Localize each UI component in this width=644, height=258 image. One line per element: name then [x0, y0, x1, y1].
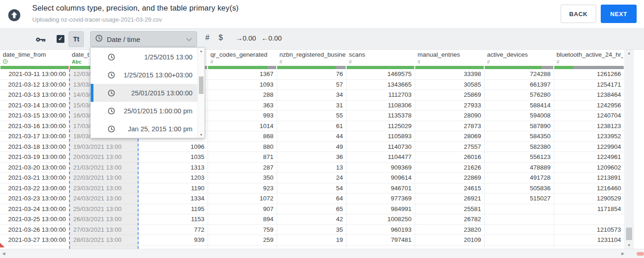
- table-cell: 1135378: [347, 111, 415, 121]
- increase-decimals-button[interactable]: →0.00: [236, 34, 256, 42]
- dropdown-option[interactable]: Jan 25, 2015 1:00 pm: [91, 120, 197, 138]
- table-cell: [485, 225, 554, 235]
- dropdown-option-label: 25/01/2015 13:00:00: [91, 89, 197, 97]
- column-header-nzbn_registered_busine[interactable]: nzbn_registered_busine#: [277, 50, 346, 66]
- table-cell: 1343665: [347, 80, 415, 90]
- table-cell: 57: [277, 80, 346, 90]
- table-cell: 1313: [139, 163, 208, 173]
- table-cell: 1238123: [554, 121, 624, 132]
- primary-key-icon[interactable]: [36, 36, 46, 45]
- dropdown-option[interactable]: 25/01/2015 1:00:00 pm: [91, 102, 197, 120]
- column-header-manual_entries[interactable]: manual_entries#: [415, 50, 484, 66]
- table-cell: 1231104: [554, 235, 624, 246]
- table-cell: 2021-03-12 13:00:00: [0, 80, 69, 90]
- table-cell: 28/03/2021 13:00: [70, 235, 138, 246]
- table-cell: 1014: [208, 121, 277, 132]
- table-cell: 36: [277, 152, 346, 163]
- clock-icon: [95, 35, 103, 44]
- horizontal-scrollbar[interactable]: ◀ ▶: [0, 249, 644, 258]
- column-name: active_devices: [487, 51, 553, 58]
- currency-type-button[interactable]: $: [219, 34, 223, 42]
- scroll-down-icon[interactable]: ▼: [624, 243, 634, 247]
- table-cell: [485, 214, 554, 225]
- table-cell: 1153: [139, 214, 208, 225]
- table-cell: 871: [208, 152, 277, 163]
- table-cell: 2021-03-18 13:00:00: [0, 142, 69, 152]
- column-header-date_time_from[interactable]: date_time_from: [0, 50, 69, 66]
- decrease-decimals-button[interactable]: ←0.00: [261, 34, 282, 42]
- table-cell: 2021-03-26 13:00:00: [0, 225, 69, 235]
- table-cell: 1072: [208, 194, 277, 204]
- table-cell: 868: [208, 131, 277, 142]
- table-cell: 1469575: [347, 69, 415, 80]
- boolean-checkbox-icon[interactable]: ✓: [57, 35, 64, 43]
- table-cell: 1096: [139, 142, 208, 152]
- table-cell: 55: [277, 111, 346, 121]
- table-cell: 977369: [347, 194, 415, 204]
- type-toolbar: ✓ Tt Date / time # $ →0.00 ←0.00: [0, 29, 644, 50]
- table-cell: [70, 246, 138, 249]
- column-quality-bar: [485, 66, 553, 69]
- dropdown-option[interactable]: 1/25/2015 13:00: [91, 48, 197, 66]
- column-header-bluetooth_active_24_hr_[interactable]: bluetooth_active_24_hr_#: [554, 50, 624, 66]
- next-button[interactable]: NEXT: [601, 5, 637, 23]
- table-cell: 909614: [347, 173, 415, 183]
- text-type-button[interactable]: Tt: [69, 31, 84, 47]
- column-body-scans: 1469575134366511127031108306113537811250…: [346, 69, 415, 249]
- scroll-down-icon[interactable]: ▼: [198, 133, 204, 136]
- table-cell: 2021-03-11 13:00:00: [0, 69, 69, 80]
- scroll-right-icon[interactable]: ▶: [621, 252, 624, 256]
- dropdown-option-label: 1/25/2015 13:00: [91, 53, 197, 61]
- vertical-scrollbar[interactable]: ▲ ▼: [624, 50, 634, 249]
- dropdown-scrollbar-thumb[interactable]: [199, 76, 203, 94]
- column-name: qr_codes_generated: [210, 51, 276, 58]
- column-header-qr_codes_generated[interactable]: qr_codes_generated#: [208, 50, 277, 66]
- column-header-active_devices[interactable]: active_devices#: [484, 50, 554, 66]
- table-cell: 2021-03-24 13:00:00: [0, 204, 69, 215]
- table-cell: 27557: [415, 142, 484, 152]
- dropdown-option-label: 25/01/2015 1:00:00 pm: [91, 107, 197, 115]
- scroll-left-icon[interactable]: ◀: [2, 252, 5, 256]
- table-cell: 13: [277, 163, 346, 173]
- dropdown-option[interactable]: 25/01/2015 13:00:00: [91, 84, 197, 102]
- table-cell: 25/03/2021 13:00: [70, 204, 138, 215]
- table-cell: 1224961: [554, 152, 624, 163]
- dropdown-scrollbar[interactable]: ▲ ▼: [197, 48, 204, 138]
- horizontal-scrollbar-thumb[interactable]: [637, 252, 644, 256]
- table-cell: 2021-03-20 13:00:00: [0, 163, 69, 173]
- column-header-scans[interactable]: scans#: [346, 50, 415, 66]
- upload-status-subtitle: Uploading nz-covid-tracer-usage-2021-03-…: [32, 16, 162, 23]
- column-type-select[interactable]: Date / time: [90, 31, 197, 47]
- table-cell: [347, 246, 415, 249]
- table-cell: 960193: [347, 225, 415, 235]
- table-cell: 1112703: [347, 90, 415, 100]
- table-cell: 2021-03-22 13:00:00: [0, 183, 69, 194]
- scroll-up-icon[interactable]: ▲: [198, 49, 204, 53]
- clock-icon: [108, 53, 115, 61]
- table-cell: 1210573: [554, 225, 624, 235]
- table-cell: 1125029: [347, 121, 415, 132]
- column-type-select-value: Date / time: [107, 35, 186, 43]
- table-cell: 2021-03-21 13:00:00: [0, 173, 69, 183]
- chevron-down-icon: [186, 35, 192, 43]
- numeric-type-label: #: [349, 59, 414, 64]
- table-cell: 27933: [415, 100, 484, 111]
- table-cell: 939: [139, 235, 208, 246]
- scroll-up-icon[interactable]: ▲: [624, 51, 634, 55]
- table-cell: 2021-03-23 13:00:00: [0, 194, 69, 204]
- column-body-date_time_from: 2021-03-11 13:00:002021-03-12 13:00:0020…: [0, 69, 69, 249]
- table-cell: 28069: [415, 131, 484, 142]
- table-cell: 65: [277, 204, 346, 215]
- dropdown-option[interactable]: 1/25/2015 13:00+03:00: [91, 66, 197, 84]
- clock-icon: [108, 125, 115, 133]
- table-cell: 25869: [415, 90, 484, 100]
- table-cell: 27/03/2021 13:00: [70, 225, 138, 235]
- numeric-type-label: #: [210, 59, 276, 64]
- selected-option-indicator: [91, 84, 93, 102]
- table-cell: 350: [208, 173, 277, 183]
- back-button[interactable]: BACK: [561, 5, 596, 23]
- vertical-scrollbar-thumb[interactable]: [626, 228, 632, 240]
- table-cell: 19: [277, 235, 346, 246]
- table-cell: 1035: [139, 152, 208, 163]
- integer-type-button[interactable]: #: [205, 34, 209, 42]
